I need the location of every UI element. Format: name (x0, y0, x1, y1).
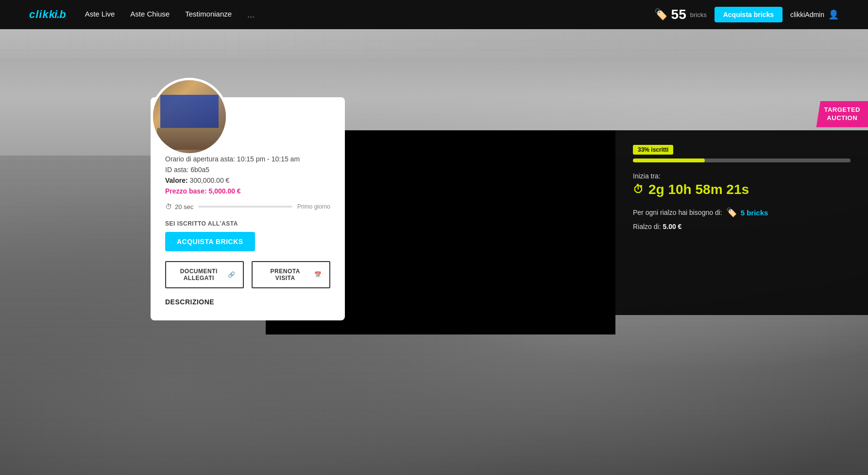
primo-giorno-bar (198, 206, 292, 208)
prenota-label: PRENOTA VISITA (260, 268, 310, 281)
buy-bricks-button[interactable]: Acquista bricks (715, 7, 783, 22)
targeted-auction-badge: TARGETED AUCTION (816, 101, 868, 127)
navbar: clikki.b Aste Live Aste Chiuse Testimoni… (0, 0, 868, 29)
bricks-per-raise-row: Per ogni rialzo hai bisogno di: 🏷️ 5 bri… (633, 207, 851, 218)
documenti-label: DOCUMENTI ALLEGATI (174, 268, 224, 281)
nav-link-testimonianze[interactable]: Testimonianze (185, 10, 232, 20)
bricks-counter: 🏷️ 55 bricks (654, 7, 707, 22)
prezzo-base-row: Prezzo base: 5,000.00 € (165, 187, 330, 195)
auction-info-panel: 33% iscritti Inizia tra: ⏱ 2g 10h 58m 21… (615, 130, 868, 315)
iscritto-section: SEI ISCRITTO ALL'ASTA ACQUISTA BRICKS (165, 220, 330, 251)
id-row: ID asta: 6b0a5 (165, 166, 330, 174)
avatar-wrap (151, 78, 228, 156)
progress-tooltip: 33% iscritti (633, 145, 673, 155)
timer-small: ⏱ 20 sec (165, 203, 193, 211)
valore-value: 300,000.00 € (190, 176, 230, 184)
timer-small-value: 20 sec (175, 203, 193, 211)
timer-section: Inizia tra: ⏱ 2g 10h 58m 21s (633, 172, 851, 197)
timer-icon: ⏱ (633, 183, 644, 196)
bricks-raise-icon: 🏷️ (726, 207, 737, 218)
bricks-per-raise-value: 5 bricks (741, 209, 768, 217)
timer-text: 2g 10h 58m 21s (648, 182, 749, 197)
nav-links: Aste Live Aste Chiuse Testimonianze ... (85, 10, 255, 20)
bricks-count: 55 (671, 7, 686, 22)
valore-row: Valore: 300,000.00 € (165, 176, 330, 184)
targeted-line1: TARGETED (824, 106, 860, 114)
nav-link-aste-live[interactable]: Aste Live (85, 10, 115, 20)
calendar-icon: 📅 (314, 271, 322, 278)
targeted-line2: AUCTION (824, 114, 860, 123)
progress-bar-track (633, 158, 851, 162)
bricks-per-raise-label: Per ogni rialzo hai bisogno di: (633, 209, 722, 216)
bricks-icon: 🏷️ (654, 8, 667, 21)
primo-giorno-label: Primo giorno (297, 203, 330, 210)
iscritto-title: SEI ISCRITTO ALL'ASTA (165, 220, 330, 227)
link-icon: 🔗 (228, 271, 236, 278)
logo[interactable]: clikki.b (29, 8, 66, 21)
valore-label: Valore: (165, 176, 188, 184)
acquista-bricks-button[interactable]: ACQUISTA BRICKS (165, 232, 255, 251)
timer-label: Inizia tra: (633, 172, 851, 180)
orario-value: 10:15 pm - 10:15 am (237, 155, 300, 163)
bricks-label: bricks (690, 11, 707, 18)
navbar-left: clikki.b Aste Live Aste Chiuse Testimoni… (29, 8, 255, 21)
orario-row: Orario di apertura asta: 10:15 pm - 10:1… (165, 155, 330, 163)
prenota-visita-button[interactable]: PRENOTA VISITA 📅 (252, 261, 330, 288)
descrizione-title: DESCRIZIONE (165, 298, 330, 306)
nav-more-dots[interactable]: ... (247, 10, 255, 20)
user-icon: 👤 (828, 9, 839, 20)
nav-link-aste-chiuse[interactable]: Aste Chiuse (130, 10, 170, 20)
avatar (151, 78, 228, 156)
timer-small-row: ⏱ 20 sec Primo giorno (165, 203, 330, 211)
timer-small-icon: ⏱ (165, 203, 172, 211)
navbar-right: 🏷️ 55 bricks Acquista bricks clikkiAdmin… (654, 7, 839, 22)
rialzo-value: 5.00 € (663, 223, 681, 230)
progress-section: 33% iscritti (633, 145, 851, 162)
hero-background: TARGETED AUCTION 33% iscritti Inizia tra… (0, 29, 868, 475)
id-label: ID asta: (165, 166, 188, 174)
timer-value: ⏱ 2g 10h 58m 21s (633, 182, 851, 197)
orario-label: Orario di apertura asta: (165, 155, 235, 163)
prezzo-base-value: 5,000.00 € (208, 187, 240, 195)
user-name: clikkiAdmin (790, 11, 824, 18)
rialzo-label: Rialzo di: (633, 223, 661, 230)
rialzo-row: Rialzo di: 5.00 € (633, 223, 851, 230)
user-area[interactable]: clikkiAdmin 👤 (790, 9, 839, 20)
document-buttons: DOCUMENTI ALLEGATI 🔗 PRENOTA VISITA 📅 (165, 261, 330, 288)
auction-thumbnail (153, 80, 226, 153)
id-value: 6b0a5 (190, 166, 209, 174)
progress-bar-fill (633, 158, 705, 162)
documenti-allegati-button[interactable]: DOCUMENTI ALLEGATI 🔗 (165, 261, 244, 288)
prezzo-base-label: Prezzo base: (165, 187, 207, 195)
